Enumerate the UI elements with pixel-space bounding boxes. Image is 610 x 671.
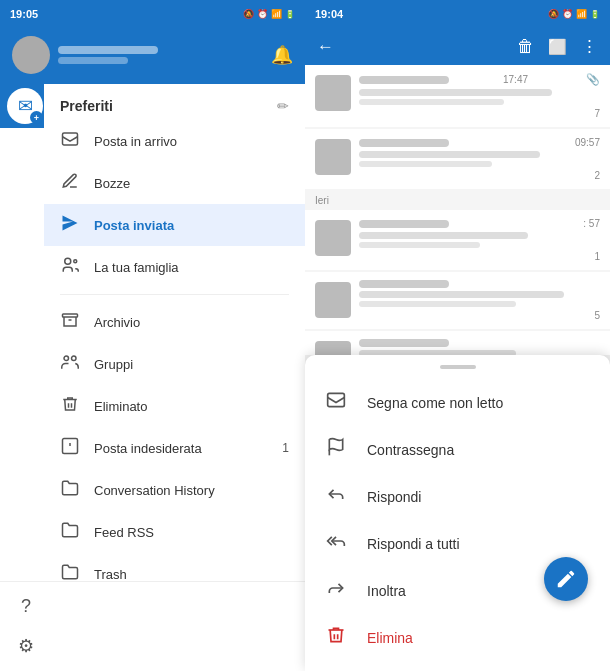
email-item[interactable]: 5 [305, 272, 610, 329]
email-content: : 57 1 [359, 218, 600, 262]
status-icons-right: 🔕 ⏰ 📶 🔋 [548, 9, 600, 19]
subject-bar [359, 232, 528, 239]
more-icon[interactable]: ⋮ [581, 36, 598, 57]
sidebar-item-bozze[interactable]: Bozze [44, 162, 305, 204]
email-time: 09:57 [575, 137, 600, 148]
account-info [58, 46, 158, 64]
avatar[interactable] [12, 36, 50, 74]
divider1 [60, 294, 289, 295]
account-name-bar [58, 46, 158, 54]
left-header: 🔔 [0, 28, 305, 84]
help-item[interactable]: ? [16, 590, 289, 623]
back-icon[interactable]: ← [317, 37, 334, 57]
email-item[interactable]: 4 [305, 331, 610, 355]
family-icon [60, 256, 80, 278]
folder-trash-icon [60, 563, 80, 581]
delete-icon[interactable]: 🗑 [517, 37, 534, 57]
sidebar-item-posta-in-arrivo[interactable]: Posta in arrivo [44, 120, 305, 162]
email-item[interactable]: 09:57 2 [305, 129, 610, 189]
settings-item[interactable]: ⚙ [16, 629, 289, 663]
email-item[interactable]: 17:47 📎 7 [305, 65, 610, 127]
status-bar-left: 19:05 🔕 ⏰ 📶 🔋 [0, 0, 305, 28]
compose-button[interactable] [544, 557, 588, 601]
spam-icon [60, 437, 80, 459]
eliminato-label: Eliminato [94, 399, 289, 414]
trash-label: Trash [94, 567, 289, 582]
bell-icon[interactable]: 🔔 [271, 44, 293, 66]
forward-label: Inoltra [367, 583, 406, 599]
sender-bar [359, 339, 449, 347]
sidebar-item-famiglia[interactable]: La tua famiglia [44, 246, 305, 288]
conv-history-label: Conversation History [94, 483, 289, 498]
mark-unread-icon [325, 390, 347, 415]
sidebar-content: Preferiti ✏ Posta in arrivo Bozze [44, 84, 305, 581]
mail-icon-wrapper[interactable]: ✉ + [0, 84, 44, 128]
sent-icon [60, 214, 80, 236]
email-avatar [315, 139, 351, 175]
preview-bar [359, 301, 516, 307]
email-item[interactable]: : 57 1 [305, 210, 610, 270]
svg-point-5 [64, 356, 69, 361]
sidebar-item-feed-rss[interactable]: Feed RSS [44, 511, 305, 553]
bottom-sheet: Segna come non letto Contrassegna Rispon… [305, 355, 610, 671]
drafts-icon [60, 172, 80, 194]
date-label: Ieri [305, 191, 610, 210]
email-time: : 57 [583, 218, 600, 229]
archive-header-icon[interactable]: ⬜ [548, 38, 567, 56]
edit-icon[interactable]: ✏ [277, 98, 289, 114]
sheet-item-rispondi[interactable]: Rispondi [305, 473, 610, 520]
svg-point-4 [72, 356, 77, 361]
sidebar-item-conv-history[interactable]: Conversation History [44, 469, 305, 511]
attachment-icon: 📎 [586, 73, 600, 86]
trash-icon [60, 395, 80, 417]
preview-bar [359, 99, 504, 105]
sheet-item-elimina[interactable]: Elimina [305, 614, 610, 661]
sidebar-item-posta-inviata[interactable]: Posta inviata [44, 204, 305, 246]
sidebar-item-archivio[interactable]: Archivio [44, 301, 305, 343]
email-count: 2 [594, 170, 600, 181]
sidebar-item-trash[interactable]: Trash [44, 553, 305, 581]
email-count: 5 [594, 310, 600, 321]
groups-label: Gruppi [94, 357, 289, 372]
sender-bar [359, 220, 449, 228]
svg-point-1 [65, 258, 71, 264]
reply-all-icon [325, 531, 347, 556]
inbox-icon [60, 130, 80, 152]
drafts-label: Bozze [94, 176, 289, 191]
status-icons-left: 🔕 ⏰ 📶 🔋 [243, 9, 295, 19]
feed-rss-label: Feed RSS [94, 525, 289, 540]
sidebar-main: ✉ + Preferiti ✏ Posta in arrivo [0, 84, 305, 581]
email-avatar [315, 220, 351, 256]
reply-all-label: Rispondi a tutti [367, 536, 460, 552]
folder-conv-icon [60, 479, 80, 501]
right-header: ← 🗑 ⬜ ⋮ [305, 28, 610, 65]
email-content: 5 [359, 280, 600, 321]
archive-icon [60, 311, 80, 333]
status-bar-right: 19:04 🔕 ⏰ 📶 🔋 [305, 0, 610, 28]
sheet-item-segna[interactable]: Segna come non letto [305, 379, 610, 426]
sheet-item-contrassegna[interactable]: Contrassegna [305, 426, 610, 473]
forward-icon [325, 578, 347, 603]
help-icon: ? [16, 596, 36, 617]
sidebar-item-gruppi[interactable]: Gruppi [44, 343, 305, 385]
sidebar-item-eliminato[interactable]: Eliminato [44, 385, 305, 427]
flag-label: Contrassegna [367, 442, 454, 458]
sender-bar [359, 76, 449, 84]
time-left: 19:05 [10, 8, 38, 20]
svg-rect-3 [63, 314, 78, 317]
groups-icon [60, 353, 80, 375]
sent-label: Posta inviata [94, 218, 289, 233]
add-badge: + [30, 111, 43, 124]
preview-bar [359, 161, 492, 167]
sidebar-item-posta-indesiderata[interactable]: Posta indesiderata 1 [44, 427, 305, 469]
preview-bar [359, 242, 480, 248]
email-avatar [315, 282, 351, 318]
time-right: 19:04 [315, 8, 343, 20]
right-wrapper: 19:04 🔕 ⏰ 📶 🔋 ← 🗑 ⬜ ⋮ 17:47 📎 [305, 0, 610, 671]
mark-unread-label: Segna come non letto [367, 395, 503, 411]
email-avatar [315, 75, 351, 111]
email-count: 1 [594, 251, 600, 262]
reply-icon [325, 484, 347, 509]
settings-icon: ⚙ [16, 635, 36, 657]
svg-rect-0 [63, 133, 78, 145]
